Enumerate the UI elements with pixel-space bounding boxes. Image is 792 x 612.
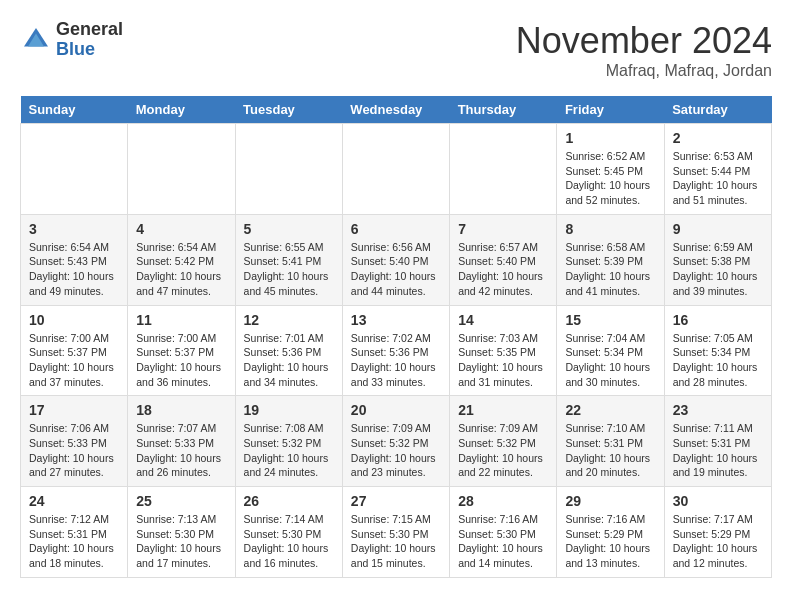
- month-title: November 2024: [516, 20, 772, 62]
- day-number: 26: [244, 493, 334, 509]
- logo-icon: [20, 24, 52, 56]
- day-number: 24: [29, 493, 119, 509]
- day-info: Sunrise: 7:07 AMSunset: 5:33 PMDaylight:…: [136, 421, 226, 480]
- calendar-cell: 1Sunrise: 6:52 AMSunset: 5:45 PMDaylight…: [557, 124, 664, 215]
- weekday-header: Wednesday: [342, 96, 449, 124]
- day-info: Sunrise: 6:55 AMSunset: 5:41 PMDaylight:…: [244, 240, 334, 299]
- day-info: Sunrise: 6:54 AMSunset: 5:43 PMDaylight:…: [29, 240, 119, 299]
- day-number: 8: [565, 221, 655, 237]
- day-info: Sunrise: 6:56 AMSunset: 5:40 PMDaylight:…: [351, 240, 441, 299]
- day-number: 5: [244, 221, 334, 237]
- day-number: 10: [29, 312, 119, 328]
- weekday-header: Monday: [128, 96, 235, 124]
- day-number: 13: [351, 312, 441, 328]
- day-number: 23: [673, 402, 763, 418]
- calendar-cell: 8Sunrise: 6:58 AMSunset: 5:39 PMDaylight…: [557, 214, 664, 305]
- title-block: November 2024 Mafraq, Mafraq, Jordan: [516, 20, 772, 80]
- calendar-cell: 10Sunrise: 7:00 AMSunset: 5:37 PMDayligh…: [21, 305, 128, 396]
- calendar-week-row: 17Sunrise: 7:06 AMSunset: 5:33 PMDayligh…: [21, 396, 772, 487]
- calendar-cell: 14Sunrise: 7:03 AMSunset: 5:35 PMDayligh…: [450, 305, 557, 396]
- day-info: Sunrise: 6:57 AMSunset: 5:40 PMDaylight:…: [458, 240, 548, 299]
- calendar-week-row: 24Sunrise: 7:12 AMSunset: 5:31 PMDayligh…: [21, 487, 772, 578]
- calendar-cell: [21, 124, 128, 215]
- calendar-cell: 15Sunrise: 7:04 AMSunset: 5:34 PMDayligh…: [557, 305, 664, 396]
- day-info: Sunrise: 6:59 AMSunset: 5:38 PMDaylight:…: [673, 240, 763, 299]
- day-number: 27: [351, 493, 441, 509]
- day-info: Sunrise: 7:00 AMSunset: 5:37 PMDaylight:…: [29, 331, 119, 390]
- day-info: Sunrise: 7:01 AMSunset: 5:36 PMDaylight:…: [244, 331, 334, 390]
- weekday-header: Thursday: [450, 96, 557, 124]
- weekday-header: Sunday: [21, 96, 128, 124]
- day-number: 15: [565, 312, 655, 328]
- calendar-week-row: 1Sunrise: 6:52 AMSunset: 5:45 PMDaylight…: [21, 124, 772, 215]
- calendar-cell: 11Sunrise: 7:00 AMSunset: 5:37 PMDayligh…: [128, 305, 235, 396]
- day-number: 11: [136, 312, 226, 328]
- day-info: Sunrise: 7:13 AMSunset: 5:30 PMDaylight:…: [136, 512, 226, 571]
- calendar-cell: 30Sunrise: 7:17 AMSunset: 5:29 PMDayligh…: [664, 487, 771, 578]
- calendar-cell: 17Sunrise: 7:06 AMSunset: 5:33 PMDayligh…: [21, 396, 128, 487]
- calendar-cell: 4Sunrise: 6:54 AMSunset: 5:42 PMDaylight…: [128, 214, 235, 305]
- calendar-cell: 12Sunrise: 7:01 AMSunset: 5:36 PMDayligh…: [235, 305, 342, 396]
- calendar-cell: [128, 124, 235, 215]
- day-info: Sunrise: 7:03 AMSunset: 5:35 PMDaylight:…: [458, 331, 548, 390]
- calendar-cell: 24Sunrise: 7:12 AMSunset: 5:31 PMDayligh…: [21, 487, 128, 578]
- day-info: Sunrise: 7:09 AMSunset: 5:32 PMDaylight:…: [351, 421, 441, 480]
- weekday-header-row: SundayMondayTuesdayWednesdayThursdayFrid…: [21, 96, 772, 124]
- day-number: 12: [244, 312, 334, 328]
- calendar-cell: [342, 124, 449, 215]
- day-number: 4: [136, 221, 226, 237]
- calendar-cell: 6Sunrise: 6:56 AMSunset: 5:40 PMDaylight…: [342, 214, 449, 305]
- day-info: Sunrise: 7:04 AMSunset: 5:34 PMDaylight:…: [565, 331, 655, 390]
- logo: General Blue: [20, 20, 123, 60]
- day-number: 19: [244, 402, 334, 418]
- day-number: 2: [673, 130, 763, 146]
- weekday-header: Friday: [557, 96, 664, 124]
- day-info: Sunrise: 7:00 AMSunset: 5:37 PMDaylight:…: [136, 331, 226, 390]
- calendar-cell: 26Sunrise: 7:14 AMSunset: 5:30 PMDayligh…: [235, 487, 342, 578]
- day-info: Sunrise: 7:16 AMSunset: 5:29 PMDaylight:…: [565, 512, 655, 571]
- calendar-cell: 25Sunrise: 7:13 AMSunset: 5:30 PMDayligh…: [128, 487, 235, 578]
- calendar-cell: 2Sunrise: 6:53 AMSunset: 5:44 PMDaylight…: [664, 124, 771, 215]
- weekday-header: Saturday: [664, 96, 771, 124]
- calendar-cell: 28Sunrise: 7:16 AMSunset: 5:30 PMDayligh…: [450, 487, 557, 578]
- day-info: Sunrise: 7:08 AMSunset: 5:32 PMDaylight:…: [244, 421, 334, 480]
- day-number: 28: [458, 493, 548, 509]
- calendar-cell: 3Sunrise: 6:54 AMSunset: 5:43 PMDaylight…: [21, 214, 128, 305]
- calendar-cell: 5Sunrise: 6:55 AMSunset: 5:41 PMDaylight…: [235, 214, 342, 305]
- calendar-cell: 13Sunrise: 7:02 AMSunset: 5:36 PMDayligh…: [342, 305, 449, 396]
- calendar-cell: 27Sunrise: 7:15 AMSunset: 5:30 PMDayligh…: [342, 487, 449, 578]
- page-header: General Blue November 2024 Mafraq, Mafra…: [20, 20, 772, 80]
- day-number: 25: [136, 493, 226, 509]
- day-info: Sunrise: 7:09 AMSunset: 5:32 PMDaylight:…: [458, 421, 548, 480]
- day-info: Sunrise: 7:16 AMSunset: 5:30 PMDaylight:…: [458, 512, 548, 571]
- day-number: 14: [458, 312, 548, 328]
- day-number: 22: [565, 402, 655, 418]
- day-number: 29: [565, 493, 655, 509]
- calendar-cell: 9Sunrise: 6:59 AMSunset: 5:38 PMDaylight…: [664, 214, 771, 305]
- day-number: 7: [458, 221, 548, 237]
- calendar-cell: 19Sunrise: 7:08 AMSunset: 5:32 PMDayligh…: [235, 396, 342, 487]
- day-info: Sunrise: 7:10 AMSunset: 5:31 PMDaylight:…: [565, 421, 655, 480]
- calendar-cell: 20Sunrise: 7:09 AMSunset: 5:32 PMDayligh…: [342, 396, 449, 487]
- calendar-cell: 16Sunrise: 7:05 AMSunset: 5:34 PMDayligh…: [664, 305, 771, 396]
- calendar-cell: 22Sunrise: 7:10 AMSunset: 5:31 PMDayligh…: [557, 396, 664, 487]
- day-number: 17: [29, 402, 119, 418]
- calendar-week-row: 10Sunrise: 7:00 AMSunset: 5:37 PMDayligh…: [21, 305, 772, 396]
- day-number: 18: [136, 402, 226, 418]
- calendar-week-row: 3Sunrise: 6:54 AMSunset: 5:43 PMDaylight…: [21, 214, 772, 305]
- day-info: Sunrise: 7:05 AMSunset: 5:34 PMDaylight:…: [673, 331, 763, 390]
- day-info: Sunrise: 7:14 AMSunset: 5:30 PMDaylight:…: [244, 512, 334, 571]
- location: Mafraq, Mafraq, Jordan: [516, 62, 772, 80]
- day-number: 21: [458, 402, 548, 418]
- calendar-cell: 23Sunrise: 7:11 AMSunset: 5:31 PMDayligh…: [664, 396, 771, 487]
- calendar-cell: 7Sunrise: 6:57 AMSunset: 5:40 PMDaylight…: [450, 214, 557, 305]
- day-info: Sunrise: 7:12 AMSunset: 5:31 PMDaylight:…: [29, 512, 119, 571]
- day-number: 1: [565, 130, 655, 146]
- day-number: 3: [29, 221, 119, 237]
- calendar-table: SundayMondayTuesdayWednesdayThursdayFrid…: [20, 96, 772, 578]
- day-info: Sunrise: 7:15 AMSunset: 5:30 PMDaylight:…: [351, 512, 441, 571]
- day-info: Sunrise: 7:06 AMSunset: 5:33 PMDaylight:…: [29, 421, 119, 480]
- day-number: 9: [673, 221, 763, 237]
- day-info: Sunrise: 6:52 AMSunset: 5:45 PMDaylight:…: [565, 149, 655, 208]
- day-info: Sunrise: 6:54 AMSunset: 5:42 PMDaylight:…: [136, 240, 226, 299]
